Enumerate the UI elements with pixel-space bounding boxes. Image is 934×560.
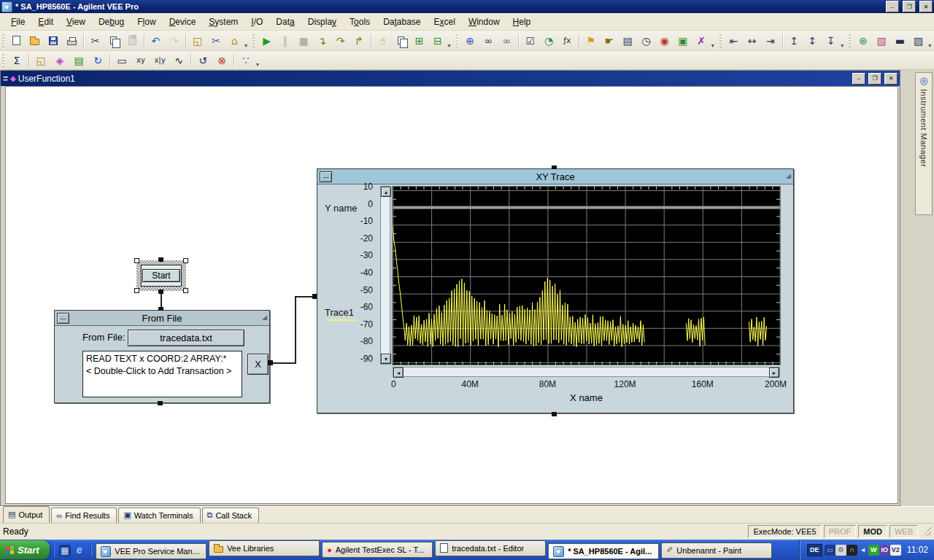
language-indicator[interactable]: DE xyxy=(807,544,822,556)
delete-breakpoints-icon[interactable]: ✗ xyxy=(693,33,710,49)
print-icon[interactable] xyxy=(63,33,80,49)
xytrace-sequence-out-pin[interactable] xyxy=(552,412,557,416)
menu-io[interactable]: I/O xyxy=(244,15,269,29)
user-object-icon[interactable]: ◱ xyxy=(32,52,50,69)
debug-window-icon[interactable]: ▣ xyxy=(674,33,691,49)
fromfile-x-output-terminal[interactable]: X xyxy=(247,354,269,375)
new-document-icon[interactable] xyxy=(8,33,25,49)
y-scrollbar[interactable]: ▲ ▼ xyxy=(380,186,390,365)
step-into-icon[interactable]: ↴ xyxy=(314,33,331,49)
desktop-icon[interactable]: ▦ xyxy=(59,545,71,556)
scroll-right-icon[interactable]: ► xyxy=(769,368,779,378)
start-object[interactable]: Start xyxy=(136,260,186,291)
toolbar-drag-handle[interactable] xyxy=(849,34,851,47)
internet-explorer-icon[interactable]: e xyxy=(74,544,85,556)
menu-file[interactable]: File xyxy=(4,15,31,29)
tab-output[interactable]: ▤Output xyxy=(3,506,50,523)
panel-icon[interactable]: ▭ xyxy=(113,52,131,69)
align-bottom-icon[interactable]: ↧ xyxy=(822,33,839,49)
complex-display-icon[interactable]: x|y xyxy=(151,52,169,69)
step-over-icon[interactable]: ↷ xyxy=(332,33,349,49)
toolbar-overflow-icon[interactable]: ▾ xyxy=(244,42,247,49)
fromfile-resize-icon[interactable]: ◢ xyxy=(262,314,267,321)
uf-restore-button[interactable]: ❐ xyxy=(868,73,881,85)
uf-minimize-button[interactable]: – xyxy=(852,73,865,85)
w-app-icon[interactable]: W xyxy=(868,545,879,556)
open-folder-icon[interactable] xyxy=(26,33,43,49)
find-icon[interactable]: ∞ xyxy=(480,33,497,49)
stop-hand-icon[interactable]: ☝ xyxy=(374,33,390,49)
maximize-button[interactable]: ❐ xyxy=(903,1,916,12)
toolbar-overflow-icon[interactable]: ▾ xyxy=(841,42,844,49)
menu-display[interactable]: Display xyxy=(301,15,343,29)
xytrace-title-bar[interactable]: — XY Trace ◢ xyxy=(317,169,793,184)
resize-grip[interactable] xyxy=(922,527,931,536)
call-function-icon[interactable]: ↺ xyxy=(194,52,212,69)
menu-device[interactable]: Device xyxy=(163,15,203,29)
object-menu-icon[interactable]: = xyxy=(3,74,8,84)
io-icon[interactable]: IO xyxy=(879,545,890,556)
menu-window[interactable]: Window xyxy=(462,15,506,29)
selection-handle[interactable] xyxy=(183,288,188,293)
timer-icon[interactable]: ◷ xyxy=(638,33,655,49)
selection-handle[interactable] xyxy=(183,258,188,263)
import-export-icon[interactable]: ↻ xyxy=(89,52,107,69)
from-file-object[interactable]: — From File ◢ From File: tracedata.txt R… xyxy=(54,310,270,403)
align-middle-icon[interactable]: ↕ xyxy=(804,33,821,49)
close-button[interactable]: ✕ xyxy=(919,1,933,12)
selection-handle[interactable] xyxy=(134,288,139,293)
call-stack-icon[interactable] xyxy=(393,33,409,49)
cut-icon[interactable]: ✂ xyxy=(87,33,104,49)
menu-help[interactable]: Help xyxy=(506,15,538,29)
view-detail-icon[interactable]: ◔ xyxy=(541,33,557,49)
zoom-fit-icon[interactable]: ⊕ xyxy=(461,33,478,49)
tab-find-results[interactable]: ∞Find Results xyxy=(51,508,117,523)
report-icon[interactable]: ▧ xyxy=(873,33,890,49)
wire-cut-icon[interactable]: ✂ xyxy=(207,33,224,49)
align-center-icon[interactable]: ↔ xyxy=(744,33,760,49)
start-sequence-out-pin[interactable] xyxy=(158,289,163,294)
home-icon[interactable]: ⌂ xyxy=(226,33,243,49)
taskbar-button-agilent-testexec-sl-t[interactable]: ●Agilent TestExec SL - T... xyxy=(322,542,433,558)
toolbar-drag-handle[interactable] xyxy=(456,34,458,47)
step-out-icon[interactable]: ↱ xyxy=(350,33,367,49)
toolbar-overflow-icon[interactable]: ▾ xyxy=(928,42,931,49)
toolbar-drag-handle[interactable] xyxy=(719,34,722,47)
audio-device-icon[interactable]: ∩ xyxy=(846,545,857,556)
menu-system[interactable]: System xyxy=(202,15,244,29)
panel-view-icon[interactable]: ▬ xyxy=(892,33,908,49)
formula-icon[interactable]: Σ xyxy=(8,52,26,69)
taskbar-button-vee-libraries[interactable]: Vee Libraries xyxy=(209,540,320,556)
toolbar-drag-handle[interactable] xyxy=(2,34,4,47)
xy-plot[interactable] xyxy=(393,187,780,365)
breakpoint-off-icon[interactable]: ⊟ xyxy=(429,33,446,49)
find-in-files-icon[interactable]: ∞ xyxy=(498,33,515,49)
toolbar-overflow-icon[interactable]: ▾ xyxy=(448,42,451,49)
user-function-icon[interactable]: ◈ xyxy=(51,52,69,69)
start-button[interactable]: Start xyxy=(142,269,180,282)
toolbar-drag-handle[interactable] xyxy=(252,34,255,47)
function-fx-icon[interactable]: ƒx xyxy=(559,33,576,49)
menu-database[interactable]: Database xyxy=(377,15,427,29)
scroll-up-icon[interactable]: ▲ xyxy=(381,187,391,197)
tab-watch-terminals[interactable]: ▣Watch Terminals xyxy=(118,508,200,523)
copy-icon[interactable] xyxy=(105,33,122,49)
minimize-button[interactable]: – xyxy=(886,1,899,12)
fromfile-minimize-icon[interactable]: — xyxy=(57,313,69,324)
transaction-line[interactable]: READ TEXT x COORD:2 ARRAY:* xyxy=(86,353,239,365)
menu-flow[interactable]: Flow xyxy=(131,15,162,29)
xytrace-minimize-icon[interactable]: — xyxy=(320,171,332,182)
clone-object-icon[interactable]: ◱ xyxy=(189,33,206,49)
menu-edit[interactable]: Edit xyxy=(31,15,60,29)
toolbar-overflow-icon[interactable]: ▾ xyxy=(256,61,259,68)
scroll-down-icon[interactable]: ▼ xyxy=(381,354,391,364)
waveform-display-icon[interactable]: ∿ xyxy=(170,52,188,69)
menu-data[interactable]: Data xyxy=(269,15,301,29)
xy-trace-object[interactable]: — XY Trace ◢ Y name Trace1 100-10-20-30-… xyxy=(317,168,794,413)
menu-excel[interactable]: Excel xyxy=(428,15,462,29)
output-console-icon[interactable]: ▤ xyxy=(620,33,636,49)
image-view-icon[interactable]: ▨ xyxy=(910,33,927,49)
network-icon[interactable]: ▭ xyxy=(825,545,835,556)
taskbar-clock[interactable]: 11:02 xyxy=(907,545,928,555)
align-top-icon[interactable]: ↥ xyxy=(786,33,803,49)
